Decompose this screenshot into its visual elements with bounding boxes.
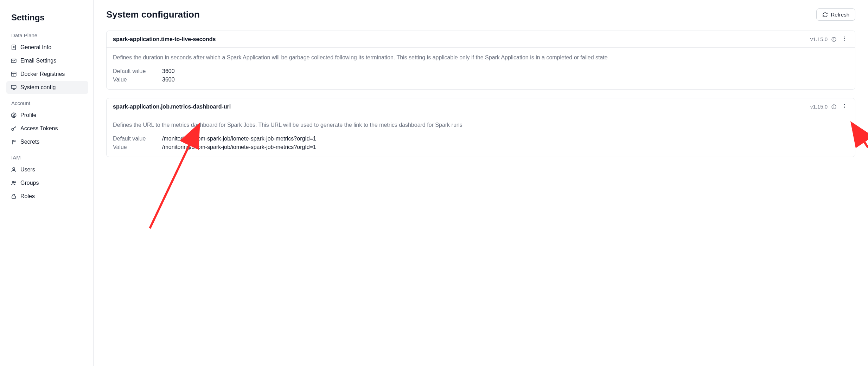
key-icon [11,125,17,132]
secret-icon: |** [11,139,17,145]
config-version: v1.15.0 [810,104,828,110]
svg-rect-4 [11,72,16,76]
sidebar-item-label: Docker Registries [20,71,65,77]
sidebar-item-label: Users [20,166,35,173]
sidebar-item-label: Email Settings [20,58,56,64]
sidebar-item-system-config[interactable]: System config [6,81,88,94]
settings-sidebar: Settings Data Plane General Info Email S… [0,0,94,366]
config-card: spark-application.time-to-live-seconds v… [106,31,855,90]
value: 3600 [162,77,175,83]
default-value: 3600 [162,68,175,74]
page-title: System configuration [106,9,200,20]
info-icon[interactable] [831,37,837,42]
value: /monitoring/d/iom-spark-job/iomete-spark… [162,144,316,150]
config-card: spark-application.job.metrics-dashboard-… [106,98,855,157]
sidebar-item-email-settings[interactable]: Email Settings [6,54,88,67]
user-icon [11,166,17,173]
more-actions-button[interactable] [840,35,849,43]
svg-point-22 [844,40,845,41]
config-description: Defines the URL to the metrics dashboard… [113,121,849,129]
sidebar-item-users[interactable]: Users [6,163,88,176]
sidebar-item-groups[interactable]: Groups [6,177,88,189]
svg-point-11 [13,114,15,116]
sidebar-item-label: Profile [20,112,36,118]
value-label: Value [113,77,155,83]
sidebar-title: Settings [11,13,85,22]
svg-rect-16 [12,196,16,198]
svg-point-13 [13,168,15,170]
sidebar-item-secrets[interactable]: |** Secrets [6,136,88,148]
sidebar-item-roles[interactable]: Roles [6,190,88,203]
mail-icon [11,58,17,64]
svg-point-21 [844,38,845,39]
svg-point-20 [844,37,845,37]
sidebar-item-general-info[interactable]: General Info [6,41,88,54]
lock-icon [11,193,17,200]
refresh-icon [822,12,828,18]
svg-point-15 [14,182,16,183]
svg-point-19 [834,38,834,39]
default-value-label: Default value [113,136,155,142]
svg-point-25 [834,106,834,106]
more-actions-button[interactable] [840,103,849,111]
sidebar-section-account: Account [11,100,85,106]
default-value: /monitoring/d/iom-spark-job/iomete-spark… [162,136,316,142]
sidebar-item-docker-registries[interactable]: Docker Registries [6,68,88,80]
svg-point-28 [844,107,845,108]
sidebar-item-access-tokens[interactable]: Access Tokens [6,122,88,135]
refresh-button-label: Refresh [831,12,849,18]
svg-point-27 [844,106,845,106]
config-version: v1.15.0 [810,36,828,42]
sidebar-item-profile[interactable]: Profile [6,109,88,122]
refresh-button[interactable]: Refresh [816,8,855,21]
svg-point-26 [844,104,845,105]
sidebar-item-label: General Info [20,44,51,51]
info-icon[interactable] [831,104,837,110]
sidebar-section-data-plane: Data Plane [11,32,85,38]
file-icon [11,44,17,51]
svg-point-12 [12,128,14,130]
value-label: Value [113,144,155,150]
svg-line-32 [854,126,868,148]
sidebar-item-label: Secrets [20,139,39,145]
config-name: spark-application.time-to-live-seconds [113,36,216,43]
config-description: Defines the duration in seconds after wh… [113,53,849,62]
sidebar-item-label: Access Tokens [20,125,58,132]
config-name: spark-application.job.metrics-dashboard-… [113,104,231,110]
sidebar-item-label: System config [20,84,56,91]
monitor-icon [11,84,17,91]
main-content: System configuration Refresh spark-appli… [94,0,868,366]
sidebar-item-label: Groups [20,180,39,186]
svg-rect-7 [11,85,16,89]
default-value-label: Default value [113,68,155,74]
layout-icon [11,71,17,77]
users-icon [11,180,17,186]
svg-point-14 [12,181,14,183]
sidebar-item-label: Roles [20,193,35,200]
sidebar-section-iam: IAM [11,155,85,161]
user-circle-icon [11,112,17,118]
